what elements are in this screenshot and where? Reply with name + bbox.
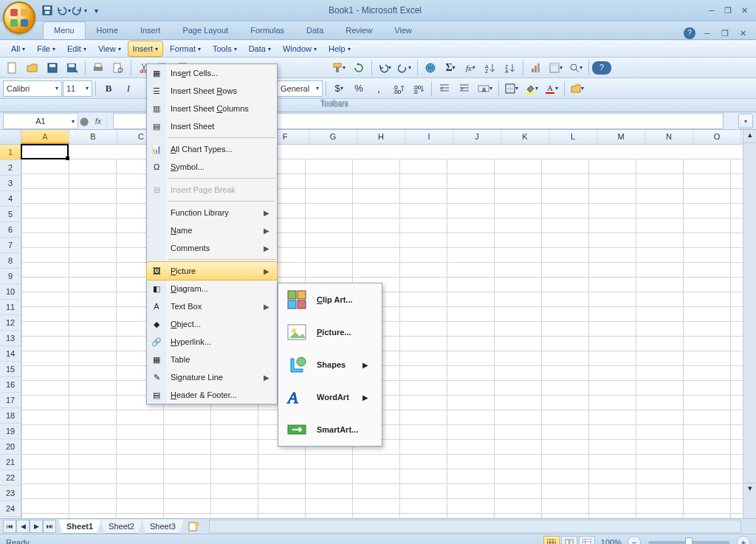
row-header[interactable]: 9	[0, 269, 21, 284]
row-header[interactable]: 19	[0, 424, 21, 439]
menu-item-picture[interactable]: 🖼Picture▶	[146, 261, 278, 280]
row-header[interactable]: 4	[0, 191, 21, 207]
undo-button-tb[interactable]: ▾	[375, 59, 394, 77]
menu-insert[interactable]: Insert ▾	[128, 41, 164, 57]
column-header[interactable]: H	[357, 130, 405, 144]
horizontal-scrollbar[interactable]	[209, 520, 741, 533]
italic-button[interactable]: I	[119, 80, 138, 97]
column-header[interactable]: L	[549, 130, 597, 144]
row-header[interactable]: 5	[0, 207, 21, 222]
save-button-tb[interactable]	[43, 59, 62, 77]
comma-button[interactable]: ,	[369, 80, 388, 97]
menu-edit[interactable]: Edit ▾	[62, 41, 92, 57]
zoom-out-button[interactable]: −	[628, 536, 641, 544]
column-header[interactable]: G	[309, 130, 357, 144]
submenu-item-wordart[interactable]: AWordArt▶	[278, 381, 382, 413]
menu-item-insert-sheet[interactable]: ▤Insert Sheet	[147, 117, 277, 135]
menu-item-insert-cells[interactable]: ▦Insert Cells...	[147, 64, 277, 82]
menu-all[interactable]: All ▾	[6, 41, 30, 57]
cell-styles-button[interactable]: ▾	[568, 80, 587, 97]
pivot-button[interactable]: ▾	[546, 59, 566, 77]
open-button[interactable]	[23, 59, 42, 77]
menu-item-signature-line[interactable]: ✎Signature Line▶	[147, 368, 277, 386]
ribbon-tab-formulas[interactable]: Formulas	[239, 21, 295, 39]
zoom-label[interactable]: 100%	[601, 538, 622, 544]
column-header[interactable]: A	[21, 130, 69, 144]
ribbon-tab-insert[interactable]: Insert	[129, 21, 172, 39]
column-header[interactable]: J	[453, 130, 501, 144]
column-header[interactable]: M	[597, 130, 645, 144]
restore-button[interactable]: ❐	[722, 5, 734, 16]
zoom-in-button[interactable]: +	[737, 536, 750, 544]
row-header[interactable]: 2	[0, 160, 21, 176]
active-cell[interactable]	[21, 144, 69, 159]
column-header[interactable]: I	[405, 130, 453, 144]
percent-button[interactable]: %	[349, 80, 368, 97]
page-layout-view-button[interactable]	[561, 536, 577, 544]
currency-button[interactable]: $▾	[329, 80, 348, 97]
row-header[interactable]: 13	[0, 331, 21, 346]
sort-asc-button[interactable]: AZ	[481, 59, 500, 77]
row-header[interactable]: 11	[0, 300, 21, 315]
row-header[interactable]: 14	[0, 346, 21, 362]
help-button[interactable]: ?	[592, 61, 611, 75]
office-button[interactable]	[3, 1, 35, 34]
menu-view[interactable]: View ▾	[93, 41, 126, 57]
row-header[interactable]: 18	[0, 408, 21, 424]
print-button[interactable]	[89, 59, 108, 77]
menu-window[interactable]: Window ▾	[278, 41, 322, 57]
font-name-combo[interactable]: Calibri▾	[3, 80, 62, 97]
doc-minimize-button[interactable]: ─	[701, 28, 713, 38]
row-header[interactable]: 17	[0, 393, 21, 408]
normal-view-button[interactable]	[543, 536, 560, 544]
sheet-tab[interactable]: Sheet3	[142, 520, 184, 534]
sheet-nav-prev[interactable]: ◀	[16, 520, 30, 533]
submenu-item-clip-art[interactable]: Clip Art...	[278, 283, 382, 316]
refresh-button[interactable]	[349, 59, 368, 77]
column-header[interactable]: N	[645, 130, 693, 144]
row-header[interactable]: 24	[0, 501, 21, 517]
menu-tools[interactable]: Tools ▾	[207, 41, 242, 57]
ribbon-tab-home[interactable]: Home	[86, 21, 129, 39]
menu-item-object[interactable]: ◆Object...	[147, 315, 277, 333]
borders-button[interactable]: ▾	[502, 80, 521, 97]
ribbon-tab-data[interactable]: Data	[295, 21, 334, 39]
menu-item-text-box[interactable]: AText Box▶	[147, 297, 277, 315]
autosum-button[interactable]: Σ▾	[441, 59, 460, 77]
row-header[interactable]: 23	[0, 486, 21, 501]
select-all-button[interactable]	[0, 130, 21, 145]
hyperlink-button[interactable]	[421, 59, 440, 77]
decrease-indent-button[interactable]	[435, 80, 454, 97]
row-header[interactable]: 6	[0, 222, 21, 238]
menu-item-symbol[interactable]: ΩSymbol...	[147, 158, 277, 176]
new-button[interactable]	[3, 59, 22, 77]
submenu-item-picture[interactable]: Picture...	[278, 316, 382, 348]
row-header[interactable]: 7	[0, 238, 21, 253]
fill-color-button[interactable]: ▾	[522, 80, 541, 97]
increase-decimal-button[interactable]: .0.00	[389, 80, 408, 97]
doc-restore-button[interactable]: ❐	[719, 28, 731, 38]
formula-expand-button[interactable]: ▾	[738, 114, 753, 128]
row-header[interactable]: 20	[0, 439, 21, 455]
fx-icon[interactable]: fx	[90, 114, 107, 128]
redo-button-tb[interactable]: ▾	[395, 59, 414, 77]
zoom-button[interactable]: ▾	[566, 59, 585, 77]
submenu-item-shapes[interactable]: Shapes▶	[278, 348, 382, 381]
sheet-nav-next[interactable]: ▶	[30, 520, 43, 533]
help-icon[interactable]: ?	[684, 27, 695, 39]
number-format-combo[interactable]: General▾	[277, 80, 323, 97]
row-header[interactable]: 10	[0, 284, 21, 300]
menu-data[interactable]: Data ▾	[244, 41, 276, 57]
row-header[interactable]: 3	[0, 176, 21, 191]
function-button[interactable]: fx▾	[461, 59, 480, 77]
minimize-button[interactable]: ─	[706, 5, 718, 16]
sheet-tab[interactable]: Sheet2	[100, 520, 142, 534]
ribbon-tab-menu[interactable]: Menu	[43, 21, 86, 39]
merge-button[interactable]: a▾	[475, 80, 495, 97]
menu-item-header-footer[interactable]: ▤Header & Footer...	[147, 386, 277, 404]
ribbon-tab-view[interactable]: View	[383, 21, 423, 39]
menu-help[interactable]: Help ▾	[323, 41, 356, 57]
name-box[interactable]: A1▾	[3, 113, 78, 129]
sheet-nav-first[interactable]: ⏮	[3, 520, 16, 533]
column-header[interactable]: B	[69, 130, 117, 144]
